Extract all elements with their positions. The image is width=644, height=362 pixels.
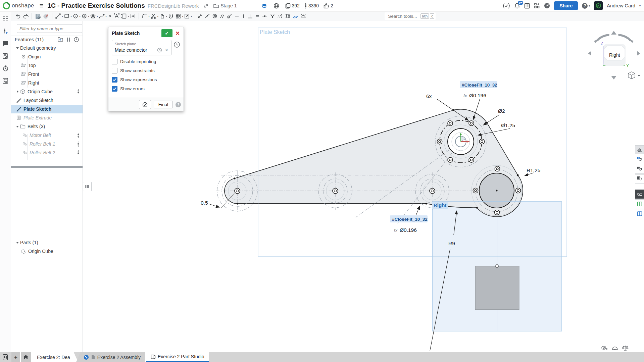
change-log-icon[interactable] <box>2 53 9 59</box>
configuration-panel-button[interactable] <box>635 174 644 184</box>
user-menu-chevron-icon[interactable]: ▾ <box>639 4 641 7</box>
feature-script-icon[interactable] <box>503 3 510 9</box>
tree-item-plate-extrude[interactable]: Plate Extrude <box>11 113 83 122</box>
tree-item-belts-folder[interactable]: Belts (3) <box>11 122 83 131</box>
tree-item-roller-belt-1[interactable]: Roller Belt 1 <box>11 140 83 148</box>
panel-resize-handle[interactable] <box>83 182 92 191</box>
sketch-preview-button[interactable] <box>139 100 151 109</box>
insert-dxf-tool[interactable] <box>183 12 191 20</box>
managed-pattern-tool[interactable] <box>284 12 292 20</box>
public-globe-icon[interactable] <box>274 3 279 9</box>
appearance-panel-button[interactable] <box>635 145 644 154</box>
use-project-tool[interactable] <box>158 12 166 20</box>
sketch-plane-field[interactable]: Sketch plane Mate connector ✕ <box>112 40 171 55</box>
bom-table-cube-button[interactable] <box>635 155 644 164</box>
dim-dia125[interactable]: Ø1.25 <box>501 122 515 128</box>
dim-count[interactable]: 6x <box>426 93 432 99</box>
dim-r125[interactable]: R1.25 <box>527 167 540 173</box>
dim-offset[interactable]: 0.5 <box>201 200 208 206</box>
rollback-bar[interactable] <box>11 166 83 168</box>
new-folder-icon[interactable] <box>57 37 63 42</box>
mate-connector-dots-icon[interactable] <box>77 141 79 147</box>
dim-closefit-bottom[interactable]: #CloseFit_10_32 <box>392 217 428 222</box>
tasks-icon[interactable] <box>524 3 530 9</box>
workspace-folder[interactable]: Stage 1 <box>213 3 237 8</box>
equal-constraint[interactable] <box>254 12 261 20</box>
dim-dia-bottom[interactable]: Ø0.196 <box>400 227 417 233</box>
comments-icon[interactable] <box>2 40 9 47</box>
mate-connector-strip-icon[interactable] <box>2 28 9 35</box>
onshape-logo[interactable]: onshape <box>3 2 34 9</box>
link-icon[interactable] <box>203 3 209 8</box>
mate-connector-dots-icon[interactable] <box>77 150 79 155</box>
protractor-icon[interactable] <box>611 345 618 351</box>
polygon-tool[interactable] <box>89 12 97 20</box>
text-tool[interactable] <box>113 12 120 20</box>
spline-tool[interactable] <box>98 12 105 20</box>
tangent-constraint[interactable] <box>226 12 233 20</box>
mate-connector-icon[interactable] <box>304 3 307 9</box>
chevron-down-icon[interactable] <box>16 242 19 244</box>
parts-item-origin-cube[interactable]: Origin Cube <box>11 247 83 256</box>
dim-dia-top[interactable]: Ø0.196 <box>469 93 486 98</box>
rectangle-tool[interactable] <box>63 12 70 20</box>
tree-item-roller-belt-2[interactable]: Roller Belt 2 <box>11 148 83 157</box>
tree-item-plate-sketch[interactable]: Plate Sketch <box>11 105 83 113</box>
tree-item-origin-cube[interactable]: Origin Cube <box>11 87 83 96</box>
avatar[interactable] <box>594 1 603 10</box>
search-tools[interactable]: alt/\ c <box>385 12 436 20</box>
line-tool[interactable] <box>54 12 62 20</box>
construction-tool[interactable] <box>120 12 128 20</box>
dim-r9[interactable]: R9 <box>448 241 455 246</box>
undo-button[interactable] <box>14 12 22 20</box>
insert-dxf-chevron-icon[interactable]: ▾ <box>191 15 192 18</box>
tab-manager-button[interactable] <box>0 352 11 362</box>
tree-item-right-plane[interactable]: Right <box>11 79 83 87</box>
tab-exercise-2-drawing[interactable]: Exercise 2: Dea <box>32 352 78 362</box>
checkbox-box[interactable] <box>112 59 117 64</box>
chevron-down-icon[interactable] <box>16 126 19 127</box>
vertical-constraint[interactable] <box>241 12 247 20</box>
rollback-timer-icon[interactable] <box>73 37 79 42</box>
view-roll-arrows[interactable] <box>597 35 630 40</box>
dialog-close-button[interactable]: ✕ <box>175 30 181 37</box>
thumbs-up-icon[interactable] <box>324 3 329 8</box>
sketch-image-button[interactable] <box>42 12 50 20</box>
trim-scissors-tool[interactable] <box>150 12 157 20</box>
history-icon[interactable] <box>2 65 9 72</box>
render-studio-button[interactable] <box>635 190 644 199</box>
midpoint-constraint[interactable] <box>261 12 269 20</box>
tape-measure-icon[interactable] <box>601 345 608 351</box>
pattern-tool[interactable] <box>175 12 182 20</box>
mate-connector-dots-icon[interactable] <box>77 133 79 138</box>
symmetric-constraint[interactable] <box>276 12 284 20</box>
dim-dia2[interactable]: Ø2 <box>498 108 505 114</box>
coincident-constraint[interactable] <box>204 12 211 20</box>
apps-icon[interactable] <box>534 3 540 9</box>
notifications-bell-icon[interactable]: 9+ <box>514 3 520 9</box>
mass-properties-icon[interactable] <box>622 345 629 351</box>
edu-cap-icon[interactable] <box>261 3 267 8</box>
tree-item-top-plane[interactable]: Top <box>11 61 83 70</box>
add-tab-button[interactable]: + <box>11 352 21 362</box>
isometric-cube-icon[interactable] <box>628 72 635 79</box>
plate-sketch-region[interactable] <box>225 109 523 217</box>
checkbox-show-expressions[interactable]: Show expressions <box>112 77 180 83</box>
horizontal-constraint[interactable] <box>233 12 241 20</box>
chevron-down-icon[interactable] <box>16 47 19 49</box>
perpendicular-constraint[interactable] <box>247 12 254 20</box>
dim-closefit-top[interactable]: #CloseFit_10_32 <box>462 83 497 88</box>
main-menu-icon[interactable]: ≡ <box>40 2 44 9</box>
checkbox-show-constraints[interactable]: Show constraints <box>112 68 180 73</box>
dialog-help-icon[interactable]: ? <box>176 102 181 107</box>
trim-tool[interactable] <box>129 12 137 20</box>
checkbox-show-errors[interactable]: Show errors <box>112 86 180 92</box>
tree-item-motor-belt[interactable]: Motor Belt <box>11 131 83 140</box>
cut-list-button[interactable] <box>635 165 644 174</box>
dialog-accept-button[interactable]: ✓ <box>161 29 172 37</box>
mirror-tool[interactable] <box>167 12 175 20</box>
fix-constraint[interactable] <box>299 12 307 20</box>
tree-item-front-plane[interactable]: Front <box>11 70 83 79</box>
share-button[interactable]: Share <box>554 1 578 10</box>
parts-header-row[interactable]: Parts (1) <box>11 238 83 247</box>
